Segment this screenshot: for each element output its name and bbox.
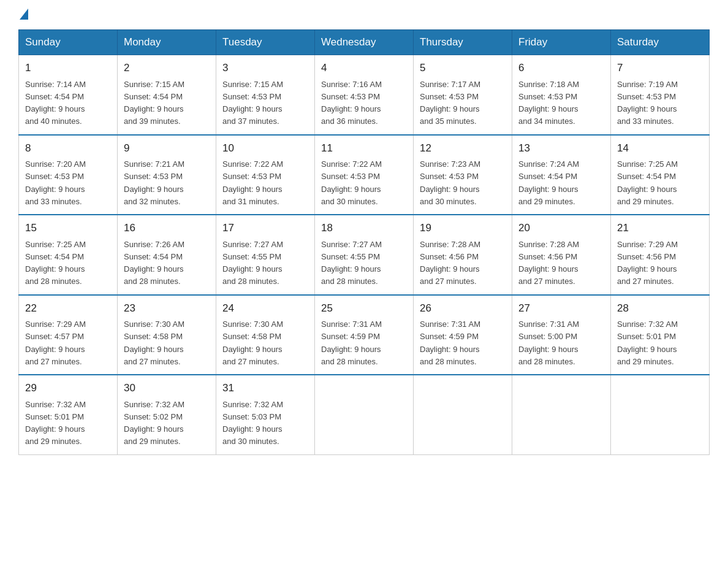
day-of-week-header: Friday	[512, 30, 611, 55]
day-number: 5	[420, 60, 506, 76]
day-info: Sunrise: 7:27 AMSunset: 4:55 PMDaylight:…	[321, 240, 382, 286]
logo-triangle-icon	[20, 9, 28, 20]
day-number: 10	[222, 140, 308, 156]
calendar-day-cell: 2 Sunrise: 7:15 AMSunset: 4:54 PMDayligh…	[118, 55, 216, 135]
calendar-day-cell: 14 Sunrise: 7:25 AMSunset: 4:54 PMDaylig…	[611, 135, 710, 215]
day-info: Sunrise: 7:24 AMSunset: 4:54 PMDaylight:…	[518, 159, 579, 206]
day-number: 23	[124, 301, 210, 316]
calendar-day-cell: 24 Sunrise: 7:30 AMSunset: 4:58 PMDaylig…	[216, 295, 315, 375]
calendar-day-cell: 20 Sunrise: 7:28 AMSunset: 4:56 PMDaylig…	[512, 215, 611, 295]
calendar-week-row: 15 Sunrise: 7:25 AMSunset: 4:54 PMDaylig…	[19, 215, 710, 295]
calendar-week-row: 29 Sunrise: 7:32 AMSunset: 5:01 PMDaylig…	[19, 375, 710, 454]
day-number: 6	[518, 60, 604, 76]
calendar-day-cell: 25 Sunrise: 7:31 AMSunset: 4:59 PMDaylig…	[315, 295, 414, 375]
day-of-week-header: Thursday	[414, 30, 512, 55]
calendar-day-cell: 7 Sunrise: 7:19 AMSunset: 4:53 PMDayligh…	[611, 55, 710, 135]
calendar-day-cell	[315, 375, 414, 454]
day-number: 18	[321, 220, 407, 236]
day-info: Sunrise: 7:29 AMSunset: 4:56 PMDaylight:…	[617, 240, 678, 286]
day-info: Sunrise: 7:29 AMSunset: 4:57 PMDaylight:…	[25, 320, 86, 366]
day-number: 29	[25, 380, 111, 396]
day-info: Sunrise: 7:26 AMSunset: 4:54 PMDaylight:…	[124, 240, 184, 286]
day-number: 21	[617, 220, 703, 236]
day-info: Sunrise: 7:17 AMSunset: 4:53 PMDaylight:…	[420, 80, 480, 126]
day-info: Sunrise: 7:32 AMSunset: 5:02 PMDaylight:…	[124, 400, 184, 446]
day-number: 19	[420, 220, 506, 236]
day-info: Sunrise: 7:30 AMSunset: 4:58 PMDaylight:…	[222, 320, 283, 366]
day-info: Sunrise: 7:23 AMSunset: 4:53 PMDaylight:…	[420, 159, 480, 206]
day-number: 27	[518, 301, 604, 316]
day-info: Sunrise: 7:27 AMSunset: 4:55 PMDaylight:…	[222, 240, 283, 286]
day-number: 20	[518, 220, 604, 236]
calendar-day-cell: 21 Sunrise: 7:29 AMSunset: 4:56 PMDaylig…	[611, 215, 710, 295]
day-of-week-header: Sunday	[19, 30, 118, 55]
day-number: 24	[222, 301, 308, 316]
day-info: Sunrise: 7:32 AMSunset: 5:03 PMDaylight:…	[222, 400, 283, 446]
calendar-day-cell: 11 Sunrise: 7:22 AMSunset: 4:53 PMDaylig…	[315, 135, 414, 215]
calendar-day-cell: 1 Sunrise: 7:14 AMSunset: 4:54 PMDayligh…	[19, 55, 118, 135]
calendar-body: 1 Sunrise: 7:14 AMSunset: 4:54 PMDayligh…	[19, 55, 710, 455]
day-info: Sunrise: 7:19 AMSunset: 4:53 PMDaylight:…	[617, 80, 678, 126]
day-number: 25	[321, 301, 407, 316]
day-number: 12	[420, 140, 506, 156]
calendar-day-cell: 23 Sunrise: 7:30 AMSunset: 4:58 PMDaylig…	[118, 295, 216, 375]
calendar-day-cell: 15 Sunrise: 7:25 AMSunset: 4:54 PMDaylig…	[19, 215, 118, 295]
calendar-day-cell: 27 Sunrise: 7:31 AMSunset: 5:00 PMDaylig…	[512, 295, 611, 375]
calendar-day-cell: 4 Sunrise: 7:16 AMSunset: 4:53 PMDayligh…	[315, 55, 414, 135]
day-number: 30	[124, 380, 210, 396]
calendar-day-cell	[512, 375, 611, 454]
calendar-day-cell: 31 Sunrise: 7:32 AMSunset: 5:03 PMDaylig…	[216, 375, 315, 454]
calendar-day-cell: 12 Sunrise: 7:23 AMSunset: 4:53 PMDaylig…	[414, 135, 512, 215]
day-number: 3	[222, 60, 308, 76]
calendar-day-cell: 8 Sunrise: 7:20 AMSunset: 4:53 PMDayligh…	[19, 135, 118, 215]
calendar-day-cell: 3 Sunrise: 7:15 AMSunset: 4:53 PMDayligh…	[216, 55, 315, 135]
calendar-day-cell	[611, 375, 710, 454]
logo	[18, 12, 28, 17]
day-number: 15	[25, 220, 111, 236]
calendar-day-cell: 9 Sunrise: 7:21 AMSunset: 4:53 PMDayligh…	[118, 135, 216, 215]
day-info: Sunrise: 7:18 AMSunset: 4:53 PMDaylight:…	[518, 80, 579, 126]
calendar-day-cell: 22 Sunrise: 7:29 AMSunset: 4:57 PMDaylig…	[19, 295, 118, 375]
calendar-day-cell: 13 Sunrise: 7:24 AMSunset: 4:54 PMDaylig…	[512, 135, 611, 215]
calendar-day-cell: 30 Sunrise: 7:32 AMSunset: 5:02 PMDaylig…	[118, 375, 216, 454]
day-headers-row: SundayMondayTuesdayWednesdayThursdayFrid…	[19, 30, 710, 55]
day-number: 8	[25, 140, 111, 156]
day-number: 7	[617, 60, 703, 76]
calendar-day-cell: 17 Sunrise: 7:27 AMSunset: 4:55 PMDaylig…	[216, 215, 315, 295]
calendar-table: SundayMondayTuesdayWednesdayThursdayFrid…	[18, 29, 710, 455]
day-info: Sunrise: 7:28 AMSunset: 4:56 PMDaylight:…	[420, 240, 480, 286]
day-number: 31	[222, 380, 308, 396]
calendar-header: SundayMondayTuesdayWednesdayThursdayFrid…	[19, 30, 710, 55]
day-number: 16	[124, 220, 210, 236]
calendar-day-cell: 29 Sunrise: 7:32 AMSunset: 5:01 PMDaylig…	[19, 375, 118, 454]
day-number: 17	[222, 220, 308, 236]
day-info: Sunrise: 7:22 AMSunset: 4:53 PMDaylight:…	[321, 159, 382, 206]
day-info: Sunrise: 7:22 AMSunset: 4:53 PMDaylight:…	[222, 159, 283, 206]
day-info: Sunrise: 7:25 AMSunset: 4:54 PMDaylight:…	[617, 159, 678, 206]
calendar-day-cell	[414, 375, 512, 454]
day-number: 22	[25, 301, 111, 316]
page-header	[18, 12, 710, 17]
calendar-day-cell: 10 Sunrise: 7:22 AMSunset: 4:53 PMDaylig…	[216, 135, 315, 215]
day-number: 13	[518, 140, 604, 156]
day-number: 28	[617, 301, 703, 316]
day-info: Sunrise: 7:15 AMSunset: 4:53 PMDaylight:…	[222, 80, 283, 126]
day-info: Sunrise: 7:31 AMSunset: 4:59 PMDaylight:…	[420, 320, 480, 366]
calendar-week-row: 1 Sunrise: 7:14 AMSunset: 4:54 PMDayligh…	[19, 55, 710, 135]
day-info: Sunrise: 7:28 AMSunset: 4:56 PMDaylight:…	[518, 240, 579, 286]
calendar-day-cell: 26 Sunrise: 7:31 AMSunset: 4:59 PMDaylig…	[414, 295, 512, 375]
day-number: 4	[321, 60, 407, 76]
day-info: Sunrise: 7:32 AMSunset: 5:01 PMDaylight:…	[617, 320, 678, 366]
day-number: 9	[124, 140, 210, 156]
day-info: Sunrise: 7:31 AMSunset: 4:59 PMDaylight:…	[321, 320, 382, 366]
calendar-week-row: 22 Sunrise: 7:29 AMSunset: 4:57 PMDaylig…	[19, 295, 710, 375]
calendar-week-row: 8 Sunrise: 7:20 AMSunset: 4:53 PMDayligh…	[19, 135, 710, 215]
calendar-day-cell: 16 Sunrise: 7:26 AMSunset: 4:54 PMDaylig…	[118, 215, 216, 295]
day-info: Sunrise: 7:16 AMSunset: 4:53 PMDaylight:…	[321, 80, 382, 126]
day-number: 11	[321, 140, 407, 156]
day-info: Sunrise: 7:32 AMSunset: 5:01 PMDaylight:…	[25, 400, 86, 446]
day-info: Sunrise: 7:15 AMSunset: 4:54 PMDaylight:…	[124, 80, 184, 126]
day-number: 14	[617, 140, 703, 156]
calendar-day-cell: 6 Sunrise: 7:18 AMSunset: 4:53 PMDayligh…	[512, 55, 611, 135]
day-number: 2	[124, 60, 210, 76]
